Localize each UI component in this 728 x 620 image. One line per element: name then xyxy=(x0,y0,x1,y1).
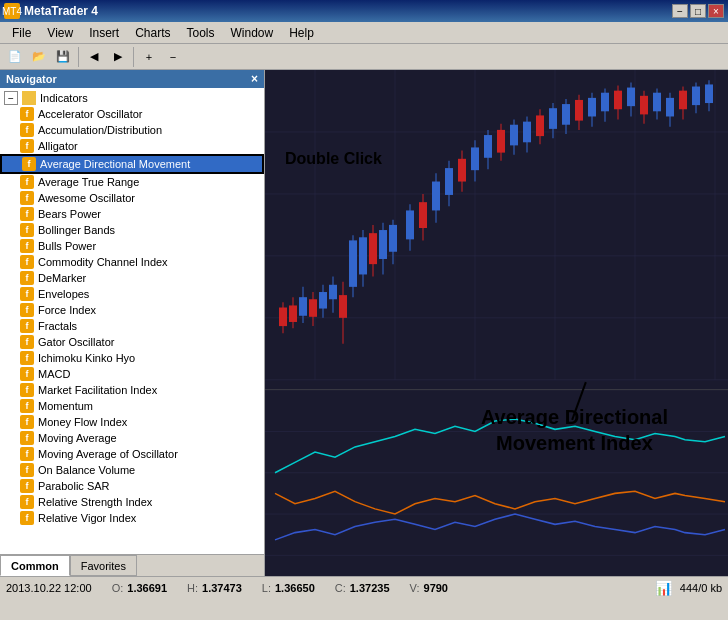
menu-insert[interactable]: Insert xyxy=(81,24,127,42)
expand-icon[interactable]: − xyxy=(4,91,18,105)
toolbar-new[interactable]: 📄 xyxy=(4,46,26,68)
svg-rect-65 xyxy=(588,98,596,117)
indicator-cci[interactable]: f Commodity Channel Index xyxy=(0,254,264,270)
close-label: C: xyxy=(335,582,346,594)
indicator-force[interactable]: f Force Index xyxy=(0,302,264,318)
toolbar-open[interactable]: 📂 xyxy=(28,46,50,68)
indicator-icon: f xyxy=(20,107,34,121)
status-close: C: 1.37235 xyxy=(335,582,390,594)
toolbar-zoom-in[interactable]: + xyxy=(138,46,160,68)
indicator-atr[interactable]: f Average True Range xyxy=(0,174,264,190)
svg-rect-41 xyxy=(432,182,440,211)
menu-file[interactable]: File xyxy=(4,24,39,42)
toolbar-back[interactable]: ◀ xyxy=(83,46,105,68)
indicator-icon: f xyxy=(20,335,34,349)
indicator-rvi[interactable]: f Relative Vigor Index xyxy=(0,510,264,526)
indicator-adm[interactable]: f Average Directional Movement xyxy=(0,154,264,174)
svg-rect-19 xyxy=(309,299,317,317)
indicator-icon: f xyxy=(20,319,34,333)
app-icon: MT4 xyxy=(4,3,20,19)
indicator-accumulation[interactable]: f Accumulation/Distribution xyxy=(0,122,264,138)
chart-area[interactable]: Double Click Average Directional Movemen… xyxy=(265,70,728,576)
svg-rect-57 xyxy=(536,115,544,136)
indicator-icon: f xyxy=(20,271,34,285)
svg-rect-61 xyxy=(562,104,570,125)
indicator-bears[interactable]: f Bears Power xyxy=(0,206,264,222)
indicator-bulls[interactable]: f Bulls Power xyxy=(0,238,264,254)
indicator-mfi[interactable]: f Market Facilitation Index xyxy=(0,382,264,398)
indicator-accelerator[interactable]: f Accelerator Oscillator xyxy=(0,106,264,122)
indicator-fractals[interactable]: f Fractals xyxy=(0,318,264,334)
indicator-icon: f xyxy=(22,157,36,171)
menu-view[interactable]: View xyxy=(39,24,81,42)
indicator-macd[interactable]: f MACD xyxy=(0,366,264,382)
indicator-icon: f xyxy=(20,123,34,137)
indicator-icon: f xyxy=(20,255,34,269)
svg-rect-17 xyxy=(299,297,307,316)
toolbar-save[interactable]: 💾 xyxy=(52,46,74,68)
svg-rect-77 xyxy=(666,98,674,117)
status-volume: V: 9790 xyxy=(410,582,448,594)
indicator-icon: f xyxy=(20,383,34,397)
indicator-bollinger[interactable]: f Bollinger Bands xyxy=(0,222,264,238)
navigator-header: Navigator × xyxy=(0,70,264,88)
title-bar-left: MT4 MetaTrader 4 xyxy=(4,3,98,19)
indicator-ichimoku[interactable]: f Ichimoku Kinko Hyo xyxy=(0,350,264,366)
navigator-tree[interactable]: − Indicators f Accelerator Oscillator f … xyxy=(0,88,264,554)
indicator-gator[interactable]: f Gator Oscillator xyxy=(0,334,264,350)
volume-label: V: xyxy=(410,582,420,594)
minimize-button[interactable]: − xyxy=(672,4,688,18)
svg-rect-31 xyxy=(369,233,377,264)
toolbar-zoom-out[interactable]: − xyxy=(162,46,184,68)
svg-rect-71 xyxy=(627,88,635,107)
svg-rect-67 xyxy=(601,93,609,112)
svg-rect-59 xyxy=(549,108,557,129)
tab-favorites[interactable]: Favorites xyxy=(70,555,137,576)
indicator-moneyflow[interactable]: f Money Flow Index xyxy=(0,414,264,430)
root-label: Indicators xyxy=(40,92,88,104)
close-button[interactable]: × xyxy=(708,4,724,18)
indicator-icon: f xyxy=(20,223,34,237)
indicator-psar[interactable]: f Parabolic SAR xyxy=(0,478,264,494)
indicator-awesome[interactable]: f Awesome Oscillator xyxy=(0,190,264,206)
indicator-demarker[interactable]: f DeMarker xyxy=(0,270,264,286)
tab-common[interactable]: Common xyxy=(0,555,70,576)
navigator-panel: Navigator × − Indicators f Accelerator O… xyxy=(0,70,265,576)
indicator-icon: f xyxy=(20,463,34,477)
status-high: H: 1.37473 xyxy=(187,582,242,594)
svg-rect-55 xyxy=(523,122,531,143)
svg-rect-29 xyxy=(359,237,367,274)
svg-rect-75 xyxy=(653,93,661,112)
indicator-icon: f xyxy=(20,287,34,301)
folder-icon xyxy=(22,91,36,105)
tree-root-indicators[interactable]: − Indicators xyxy=(0,90,264,106)
indicator-rsi[interactable]: f Relative Strength Index xyxy=(0,494,264,510)
indicator-icon: f xyxy=(20,431,34,445)
svg-rect-33 xyxy=(379,230,387,259)
indicator-obv[interactable]: f On Balance Volume xyxy=(0,462,264,478)
indicator-momentum[interactable]: f Momentum xyxy=(0,398,264,414)
svg-rect-25 xyxy=(339,295,347,318)
menu-window[interactable]: Window xyxy=(223,24,282,42)
svg-rect-45 xyxy=(458,159,466,182)
open-value: 1.36691 xyxy=(127,582,167,594)
close-value: 1.37235 xyxy=(350,582,390,594)
indicator-icon: f xyxy=(20,399,34,413)
indicator-alligator[interactable]: f Alligator xyxy=(0,138,264,154)
navigator-close-button[interactable]: × xyxy=(251,72,258,86)
indicator-mao[interactable]: f Moving Average of Oscillator xyxy=(0,446,264,462)
menu-help[interactable]: Help xyxy=(281,24,322,42)
svg-rect-21 xyxy=(319,292,327,309)
indicator-ma[interactable]: f Moving Average xyxy=(0,430,264,446)
status-bar: 2013.10.22 12:00 O: 1.36691 H: 1.37473 L… xyxy=(0,576,728,598)
indicator-icon: f xyxy=(20,447,34,461)
menu-tools[interactable]: Tools xyxy=(179,24,223,42)
title-bar: MT4 MetaTrader 4 − □ × xyxy=(0,0,728,22)
svg-rect-79 xyxy=(679,91,687,110)
open-label: O: xyxy=(112,582,124,594)
toolbar-forward[interactable]: ▶ xyxy=(107,46,129,68)
maximize-button[interactable]: □ xyxy=(690,4,706,18)
indicator-envelopes[interactable]: f Envelopes xyxy=(0,286,264,302)
menu-charts[interactable]: Charts xyxy=(127,24,178,42)
svg-rect-73 xyxy=(640,96,648,115)
